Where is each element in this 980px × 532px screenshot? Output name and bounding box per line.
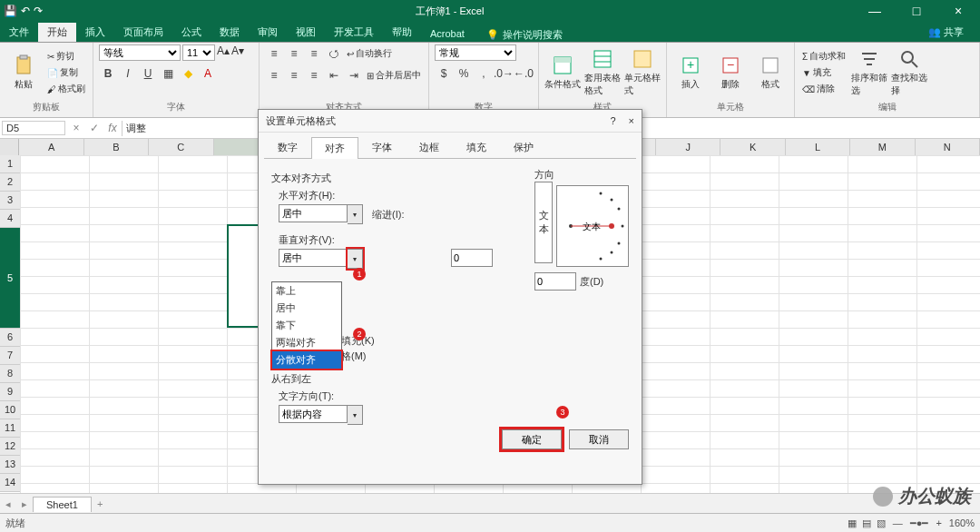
col-B[interactable]: B [84,139,149,155]
tab-layout[interactable]: 页面布局 [114,23,172,42]
row-13[interactable]: 13 [0,456,20,474]
row-11[interactable]: 11 [0,419,20,438]
row-1[interactable]: 1 [0,155,20,173]
tab-formulas[interactable]: 公式 [172,23,211,42]
dlg-tab-protection[interactable]: 保护 [500,136,547,158]
align-middle-icon[interactable]: ≡ [285,44,303,63]
format-cells-button[interactable]: 格式 [752,45,789,100]
row-2[interactable]: 2 [0,173,20,192]
row-8[interactable]: 8 [0,365,20,383]
cancel-button[interactable]: 取消 [569,429,629,449]
font-color-icon[interactable]: A [199,64,217,83]
wrap-text-button[interactable]: ↩自动换行 [345,44,394,63]
align-left-icon[interactable]: ≡ [265,66,283,84]
font-name-select[interactable]: 等线 [99,44,181,61]
view-normal-icon[interactable]: ▦ [848,517,857,529]
italic-icon[interactable]: I [119,64,137,83]
col-A[interactable]: A [19,139,83,155]
tab-home[interactable]: 开始 [38,23,76,42]
fill-color-icon[interactable]: ◆ [179,64,197,83]
col-M[interactable]: M [850,139,915,155]
number-format-select[interactable]: 常规 [435,44,516,61]
row-3[interactable]: 3 [0,192,20,210]
dialog-help-icon[interactable]: ? [610,115,615,126]
copy-button[interactable]: 📄复制 [45,65,87,80]
col-C[interactable]: C [149,139,213,155]
sheet-nav-prev-icon[interactable]: ◂ [0,498,16,510]
view-pagebreak-icon[interactable]: ▧ [877,517,886,529]
format-painter-button[interactable]: 🖌格式刷 [45,82,87,96]
increase-decimal-icon[interactable]: .0→ [495,64,513,83]
align-top-icon[interactable]: ≡ [265,44,283,63]
cut-button[interactable]: ✂剪切 [45,49,87,64]
border-icon[interactable]: ▦ [159,64,177,83]
tell-me[interactable]: 💡 操作说明搜索 [486,28,563,42]
text-direction-value[interactable] [279,405,348,423]
cancel-edit-icon[interactable]: × [67,122,85,134]
chevron-down-icon[interactable]: ▾ [348,405,363,425]
autosum-button[interactable]: Σ自动求和 [800,49,848,64]
horizontal-align-combo[interactable]: ▾ [279,204,363,224]
row-12[interactable]: 12 [0,438,20,456]
dd-item-bottom[interactable]: 靠下 [272,317,341,334]
tab-data[interactable]: 数据 [211,23,249,42]
add-sheet-button[interactable]: + [92,498,108,509]
orientation-icon[interactable]: ⭯ [325,44,343,63]
merge-center-button[interactable]: ⊞合并后居中 [365,66,423,84]
tab-acrobat[interactable]: Acrobat [421,25,474,42]
dd-item-center[interactable]: 居中 [272,300,341,317]
vertical-align-combo[interactable]: ▾ [279,249,363,269]
close-button[interactable]: × [940,4,976,18]
clear-button[interactable]: ⌫清除 [800,82,848,96]
cell-styles-button[interactable]: 单元格样式 [624,45,661,100]
name-box[interactable]: D5 [2,121,65,135]
view-layout-icon[interactable]: ▤ [862,517,871,529]
bold-icon[interactable]: B [99,64,117,83]
undo-icon[interactable]: ↶ [21,5,30,17]
row-6[interactable]: 6 [0,329,20,347]
tab-insert[interactable]: 插入 [76,23,114,42]
dlg-tab-fill[interactable]: 填充 [453,136,500,158]
col-N[interactable]: N [916,139,980,155]
zoom-level[interactable]: 160% [949,517,975,528]
comma-icon[interactable]: , [475,64,493,83]
row-14[interactable]: 14 [0,474,20,492]
sort-filter-button[interactable]: 排序和筛选 [851,45,887,100]
row-10[interactable]: 10 [0,401,20,419]
underline-icon[interactable]: U [139,64,157,83]
percent-icon[interactable]: % [455,64,473,83]
select-all-corner[interactable] [0,139,19,155]
align-center-icon[interactable]: ≡ [285,66,303,84]
delete-cells-button[interactable]: −删除 [712,45,749,100]
sheet-tab-sheet1[interactable]: Sheet1 [33,497,92,512]
currency-icon[interactable]: $ [435,64,453,83]
degree-spinner[interactable] [534,272,576,291]
vertical-align-dropdown[interactable]: 靠上 居中 靠下 两端对齐 分散对齐 [271,281,342,369]
col-K[interactable]: K [720,139,785,155]
vertical-align-value[interactable] [279,249,348,267]
indent-decrease-icon[interactable]: ⇤ [325,66,343,84]
ok-button[interactable]: 确定 [502,429,562,449]
chevron-down-icon[interactable]: ▾ [348,204,363,224]
tab-help[interactable]: 帮助 [383,23,421,42]
dlg-tab-font[interactable]: 字体 [358,136,406,158]
dd-item-justify[interactable]: 两端对齐 [272,334,341,351]
fx-icon[interactable]: fx [103,122,122,134]
dlg-tab-border[interactable]: 边框 [406,136,453,158]
row-7[interactable]: 7 [0,347,20,365]
find-select-button[interactable]: 查找和选择 [891,45,927,100]
dd-item-distributed[interactable]: 分散对齐 [272,351,341,369]
zoom-slider[interactable]: ━●━ [910,517,929,529]
sheet-nav-next-icon[interactable]: ▸ [16,498,33,510]
horizontal-align-value[interactable] [279,204,348,222]
dlg-tab-alignment[interactable]: 对齐 [311,137,358,159]
confirm-edit-icon[interactable]: ✓ [85,122,103,134]
share-button[interactable]: 👥 共享 [921,23,971,42]
indent-increase-icon[interactable]: ⇥ [345,66,363,84]
row-9[interactable]: 9 [0,383,20,401]
conditional-format-button[interactable]: 条件格式 [544,45,581,100]
dd-item-top[interactable]: 靠上 [272,282,341,300]
tab-file[interactable]: 文件 [0,23,38,42]
align-right-icon[interactable]: ≡ [305,66,323,84]
font-size-select[interactable]: 11 [182,44,215,61]
